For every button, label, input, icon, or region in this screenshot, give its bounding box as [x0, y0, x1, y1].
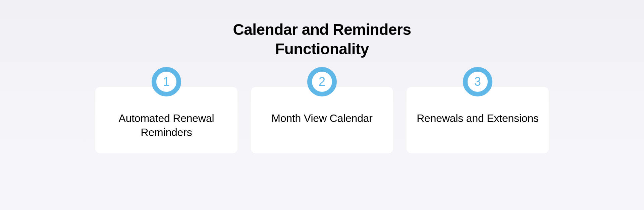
number-badge-1: 1: [152, 67, 181, 96]
number-badge-2: 2: [307, 67, 337, 96]
feature-cards-row: 1 Automated Renewal Reminders 2 Month Vi…: [0, 87, 644, 153]
badge-number: 2: [319, 76, 325, 88]
card-title: Renewals and Extensions: [417, 112, 539, 126]
card-title: Month View Calendar: [271, 112, 373, 126]
page-container: Calendar and Reminders Functionality 1 A…: [0, 0, 644, 210]
page-title: Calendar and Reminders Functionality: [205, 20, 439, 59]
number-badge-3: 3: [463, 67, 492, 96]
feature-card-2: 2 Month View Calendar: [251, 87, 393, 153]
feature-card-3: 3 Renewals and Extensions: [407, 87, 549, 153]
feature-card-1: 1 Automated Renewal Reminders: [95, 87, 237, 153]
badge-number: 1: [163, 76, 170, 88]
badge-number: 3: [474, 76, 481, 88]
card-title: Automated Renewal Reminders: [105, 112, 227, 139]
